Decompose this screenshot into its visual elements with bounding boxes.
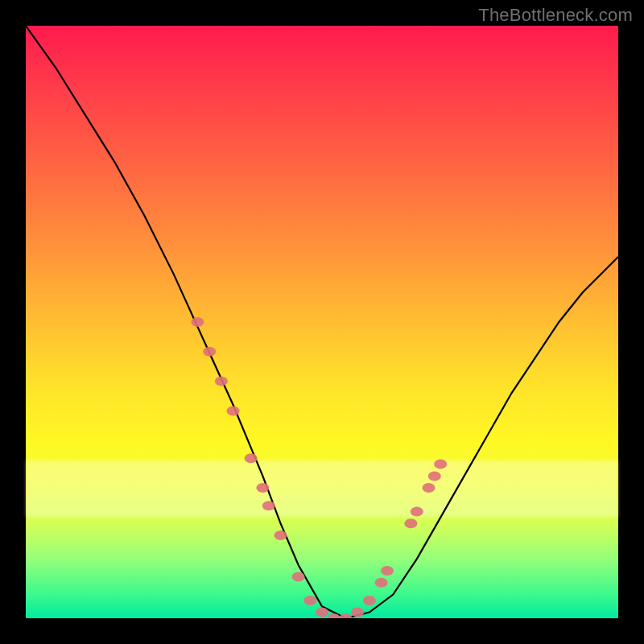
data-marker (303, 596, 316, 605)
data-marker (262, 501, 275, 510)
chart-svg (26, 26, 618, 618)
data-marker (203, 347, 216, 357)
bottleneck-curve (26, 26, 618, 618)
chart-plot-area (26, 26, 618, 618)
data-marker (292, 572, 305, 582)
data-marker (245, 453, 258, 463)
watermark-text: TheBottleneck.com (478, 5, 633, 26)
data-marker (363, 596, 376, 605)
curve-line (26, 26, 618, 618)
data-marker (316, 608, 328, 617)
data-marker (381, 566, 394, 576)
data-marker (375, 578, 388, 588)
data-marker (215, 377, 228, 386)
data-marker (434, 460, 447, 469)
data-marker (423, 483, 436, 493)
data-marker (256, 483, 269, 493)
data-marker (428, 471, 441, 481)
data-marker (339, 613, 352, 618)
data-marker (191, 317, 204, 327)
data-marker (227, 406, 240, 415)
data-marker (404, 518, 417, 528)
curve-markers (191, 317, 447, 618)
data-marker (411, 507, 423, 517)
data-marker (351, 608, 364, 617)
data-marker (275, 530, 287, 540)
